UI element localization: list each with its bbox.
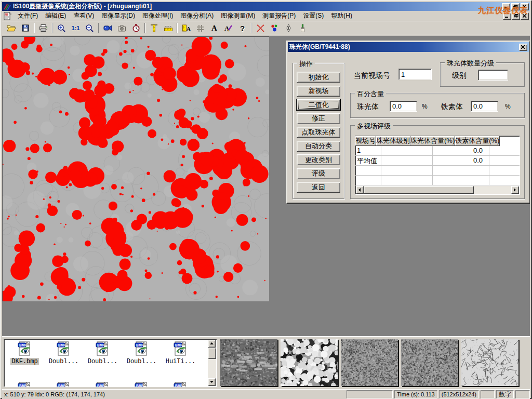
percent-group-label: 百分含量: [355, 89, 386, 99]
bmp-file-icon: BMP: [95, 340, 111, 357]
menu-item[interactable]: 图像显示(D): [98, 10, 139, 21]
file-item[interactable]: BMP: [5, 381, 44, 387]
menu-item[interactable]: 文件(F): [14, 10, 42, 21]
restore-button[interactable]: [511, 3, 520, 10]
red-curve-icon: [256, 24, 265, 33]
file-list-scrollbar[interactable]: [208, 340, 216, 386]
ruler-measure-button[interactable]: [161, 22, 175, 34]
menu-item[interactable]: 图像测量(M): [217, 10, 259, 21]
svg-text:BMP: BMP: [19, 384, 27, 388]
menu-item[interactable]: 帮助(H): [327, 10, 356, 21]
bmp-file-icon: BMP: [172, 381, 189, 387]
cell-field: 平均值: [355, 156, 381, 166]
print-button[interactable]: [36, 22, 50, 34]
table-row[interactable]: 平均值 0.0: [355, 156, 520, 166]
menu-item[interactable]: 设置(S): [299, 10, 327, 21]
file-item[interactable]: BMP: [44, 381, 83, 387]
ferrite-input[interactable]: [471, 101, 498, 112]
thumbnail-2[interactable]: [281, 339, 338, 386]
specimen-image[interactable]: [2, 36, 269, 301]
file-name: Doubl...: [48, 358, 80, 365]
application-window: IS100显微摄像系统(金相分析版) - [zhuguangti01] 九江仪器…: [0, 0, 532, 399]
grid-overlay-button[interactable]: [193, 22, 207, 34]
cell-grade: [381, 156, 433, 166]
svg-text:BMP: BMP: [97, 343, 105, 347]
operations-group: 操作 初始化新视场二值化修正点取珠光体自动分类更改类别评级返回: [292, 63, 344, 199]
menu-bar: DOC 文件(F)编辑(E)查看(V)图像显示(D)图像处理(I)图像分析(A)…: [2, 11, 530, 21]
measure-text-button[interactable]: A: [179, 22, 193, 34]
thumbnail-5[interactable]: [461, 339, 518, 386]
pearlite-input[interactable]: [390, 101, 417, 112]
current-field-input[interactable]: [398, 69, 432, 80]
file-name: Doubl...: [87, 358, 119, 365]
table-row[interactable]: [355, 166, 520, 176]
file-item[interactable]: BMP Doubl...: [44, 340, 83, 365]
menu-item[interactable]: 编辑(E): [42, 10, 70, 21]
open-file-button[interactable]: [4, 22, 18, 34]
child-restore-button[interactable]: [512, 12, 520, 20]
minimize-button[interactable]: [502, 3, 510, 10]
scroll-right-button[interactable]: [511, 186, 519, 194]
status-mode: 数字: [496, 390, 514, 398]
table-row[interactable]: 1 0.0: [355, 146, 520, 156]
scrollbar-track[interactable]: [474, 186, 511, 194]
zoom-in-button[interactable]: [55, 22, 69, 34]
close-button[interactable]: [521, 3, 529, 10]
scroll-up-button[interactable]: [208, 340, 216, 348]
scroll-down-button[interactable]: [208, 378, 216, 386]
menu-item[interactable]: 图像分析(A): [177, 10, 217, 21]
scrollbar-thumb[interactable]: [364, 186, 474, 194]
thumbnail-4[interactable]: [401, 339, 458, 386]
brush-tool-button[interactable]: [296, 22, 310, 34]
dialog-op-button[interactable]: 二值化: [297, 99, 340, 110]
scrollbar-thumb[interactable]: [208, 348, 216, 359]
zoom-actual-button[interactable]: 1:1: [69, 22, 83, 34]
pen-tool-button[interactable]: [282, 22, 296, 34]
dialog-close-button[interactable]: [519, 44, 527, 51]
table-horizontal-scrollbar[interactable]: [356, 186, 519, 194]
dialog-op-button[interactable]: 自动分类: [297, 141, 340, 152]
child-close-button[interactable]: [521, 12, 529, 20]
file-item[interactable]: BMP: [161, 381, 200, 387]
dialog-op-button[interactable]: 初始化: [297, 72, 340, 83]
file-item[interactable]: BMP DKF.bmp: [5, 340, 44, 365]
file-item[interactable]: BMP Doubl...: [122, 340, 161, 365]
grade-input[interactable]: [478, 70, 508, 81]
timer-button[interactable]: [129, 22, 143, 34]
file-item[interactable]: BMP Doubl...: [83, 340, 122, 365]
multi-field-group: 多视场评级 视场号珠光体级别珠光体含量(%)铁素体含量(%) 1 0.0: [350, 125, 525, 199]
child-minimize-button[interactable]: [503, 12, 511, 20]
thumbnail-3[interactable]: [341, 339, 398, 386]
toolbar-separator: [98, 23, 99, 33]
text-annotation-button[interactable]: A: [207, 22, 221, 34]
dialog-op-button[interactable]: 更改类别: [297, 154, 340, 165]
menu-item[interactable]: 图像处理(I): [139, 10, 177, 21]
dialog-op-button[interactable]: 新视场: [297, 86, 340, 97]
dialog-op-button[interactable]: 修正: [297, 113, 340, 124]
file-item[interactable]: BMP HuiTi...: [161, 340, 200, 365]
help-button[interactable]: ?: [235, 22, 249, 34]
video-capture-button[interactable]: [101, 22, 115, 34]
caliper-measure-button[interactable]: [147, 22, 161, 34]
dialog-op-button[interactable]: 点取珠光体: [297, 127, 340, 138]
scroll-left-button[interactable]: [356, 186, 364, 194]
scrollbar-track[interactable]: [208, 359, 216, 378]
table-row[interactable]: [355, 176, 520, 185]
svg-text:BMP: BMP: [136, 343, 144, 347]
thumbnail-1[interactable]: [220, 339, 277, 386]
file-row: BMP DKF.bmp BMP Doubl... BMP Doubl... BM…: [5, 340, 200, 365]
save-button[interactable]: [18, 22, 32, 34]
snapshot-button[interactable]: [115, 22, 129, 34]
dialog-op-button[interactable]: 返回: [297, 182, 340, 193]
zoom-out-button[interactable]: [83, 22, 97, 34]
file-item[interactable]: BMP: [83, 381, 122, 387]
edit-annotation-button[interactable]: A: [221, 22, 235, 34]
dialog-op-button[interactable]: 评级: [297, 168, 340, 179]
file-item[interactable]: BMP: [122, 381, 161, 387]
classify-tool-button[interactable]: [268, 22, 282, 34]
status-empty-panel: [347, 390, 393, 398]
rating-table: 视场号珠光体级别珠光体含量(%)铁素体含量(%) 1 0.0 平均值: [355, 136, 520, 195]
menu-item[interactable]: 测量报告(P): [259, 10, 299, 21]
curve-tool-button[interactable]: [254, 22, 268, 34]
menu-item[interactable]: 查看(V): [70, 10, 98, 21]
